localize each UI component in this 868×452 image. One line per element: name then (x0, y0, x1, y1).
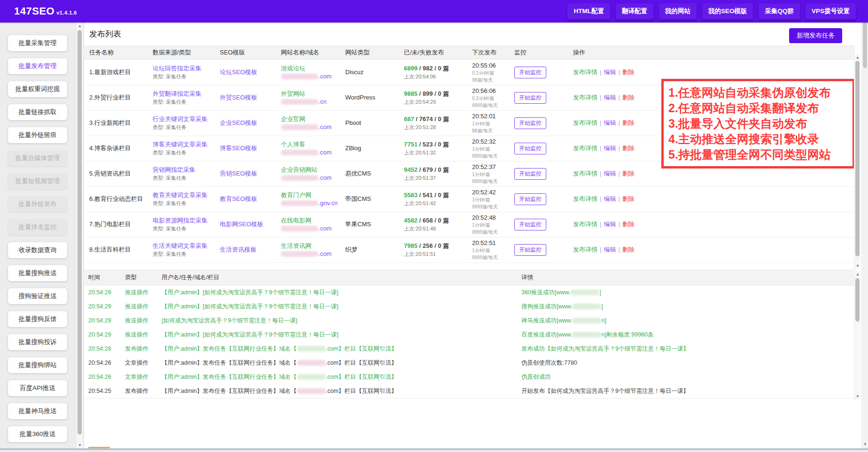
sidebar-item-3[interactable]: 批量权重词挖掘 (8, 81, 67, 97)
start-monitor-button[interactable]: 开始监控 (514, 67, 546, 78)
edit-link[interactable]: 编辑 (604, 94, 616, 101)
edit-link[interactable]: 编辑 (604, 170, 616, 177)
site-domain[interactable]: .gov.cn (281, 199, 345, 207)
start-monitor-button[interactable]: 开始监控 (514, 168, 546, 180)
nav-item-2[interactable]: 翻译配置 (616, 3, 653, 19)
publish-detail-link[interactable]: 发布详情 (573, 170, 597, 177)
publish-stats-cell: 5583 / 541 / 0 篇上次:20:51:42 (404, 192, 472, 207)
task-template-link[interactable]: 论坛SEO模板 (220, 69, 257, 76)
site-domain[interactable]: .cn (281, 98, 345, 106)
sidebar-item-17[interactable]: 批量神马推送 (8, 403, 67, 419)
delete-link[interactable]: 删除 (622, 221, 635, 228)
delete-link[interactable]: 删除 (622, 246, 635, 253)
sidebar-item-5[interactable]: 批量外链留痕 (8, 127, 67, 143)
scroll-down-icon[interactable]: ▼ (854, 263, 861, 269)
start-monitor-button[interactable]: 开始监控 (514, 117, 546, 129)
task-source-link[interactable]: 外贸翻译指定采集 (153, 90, 220, 98)
task-source-link[interactable]: 教育关键词文章采集 (153, 192, 220, 199)
sidebar-item-4[interactable]: 批量链接抓取 (8, 104, 67, 120)
sidebar-item-13[interactable]: 批量搜狗反馈 (8, 311, 67, 327)
sidebar-item-2[interactable]: 批量发布管理 (8, 58, 67, 74)
log-type: 推送操作 (125, 303, 162, 311)
task-source-link[interactable]: 博客关键词文章采集 (153, 141, 220, 148)
site-domain[interactable]: .com (281, 225, 345, 232)
scroll-up-icon[interactable]: ▲ (854, 55, 861, 61)
nav-item-6[interactable]: VPS拨号设置 (806, 3, 856, 19)
edit-link[interactable]: 编辑 (604, 69, 616, 76)
nav-item-3[interactable]: 我的网站 (659, 3, 697, 19)
sidebar-item-16[interactable]: 百度API推送 (8, 380, 67, 396)
site-name: 个人博客 (281, 141, 345, 148)
start-monitor-button[interactable]: 开始监控 (514, 219, 546, 230)
add-publish-task-button[interactable]: 新增发布任务 (789, 28, 842, 43)
publish-detail-link[interactable]: 发布详情 (573, 145, 597, 152)
site-name: 游戏论坛 (281, 65, 345, 72)
task-template-link[interactable]: 电影网SEO模板 (220, 221, 263, 228)
task-source-link[interactable]: 营销网指定采集 (153, 166, 220, 174)
sidebar-item-18[interactable]: 批量360推送 (8, 426, 67, 442)
task-template-link[interactable]: 外贸SEO模板 (220, 94, 257, 101)
publish-detail-link[interactable]: 发布详情 (573, 94, 597, 101)
task-template-link[interactable]: 教育SEO模板 (220, 195, 257, 202)
site-domain[interactable]: .com (281, 174, 345, 182)
start-monitor-button[interactable]: 开始监控 (514, 143, 546, 154)
tasks-scrollbar[interactable]: ▲ ▼ (854, 54, 860, 269)
nav-item-1[interactable]: HTML配置 (567, 3, 610, 19)
sidebar-scrollbar[interactable]: ▲ ▼ (76, 23, 83, 449)
log-time: 20:54:29 (88, 303, 125, 310)
site-domain[interactable]: .com (281, 149, 345, 156)
sidebar-item-14[interactable]: 批量搜狗投诉 (8, 334, 67, 350)
edit-link[interactable]: 编辑 (604, 195, 616, 202)
task-template-link[interactable]: 企业SEO模板 (220, 119, 257, 126)
edit-link[interactable]: 编辑 (604, 119, 616, 126)
publish-detail-link[interactable]: 发布详情 (573, 119, 597, 126)
sidebar-item-1[interactable]: 批量采集管理 (8, 35, 67, 51)
delete-link[interactable]: 删除 (622, 94, 635, 101)
tasks-scrollbar-thumb[interactable] (855, 61, 860, 256)
site-domain[interactable]: .com (281, 250, 345, 258)
delete-link[interactable]: 删除 (622, 195, 635, 202)
task-source-link[interactable]: 论坛回答指定采集 (153, 65, 220, 72)
log-scrollbar[interactable]: ▲ ▼ (854, 271, 860, 400)
site-domain[interactable]: .com (281, 123, 345, 131)
start-monitor-button[interactable]: 开始监控 (514, 92, 546, 104)
sidebar-item-11[interactable]: 批量搜狗推送 (8, 265, 67, 281)
delete-link[interactable]: 删除 (622, 69, 635, 76)
edit-link[interactable]: 编辑 (604, 221, 616, 228)
log-scrollbar-thumb[interactable] (855, 278, 860, 322)
scroll-up-icon[interactable]: ▲ (77, 23, 83, 29)
scroll-down-icon[interactable]: ▼ (854, 394, 861, 399)
sidebar-item-10[interactable]: 收录数据查询 (8, 242, 67, 258)
page-scrollbar[interactable]: ▲ ▼ (861, 0, 868, 448)
task-site-cell: 在线电影网.com (281, 217, 345, 232)
publish-detail-link[interactable]: 发布详情 (573, 69, 597, 76)
delete-link[interactable]: 删除 (622, 145, 635, 152)
task-source-cell: 生活关键词文章采集类型: 采集任务 (153, 242, 220, 258)
scroll-down-icon[interactable]: ▼ (77, 443, 83, 448)
scroll-up-icon[interactable]: ▲ (854, 272, 861, 277)
edit-link[interactable]: 编辑 (604, 246, 616, 253)
nav-item-4[interactable]: 我的SEO模版 (702, 3, 753, 19)
publish-detail-link[interactable]: 发布详情 (573, 195, 597, 202)
publish-detail-link[interactable]: 发布详情 (573, 246, 597, 253)
start-monitor-button[interactable]: 开始监控 (514, 244, 546, 256)
task-template-link[interactable]: 博客SEO模板 (220, 145, 257, 152)
sidebar-scrollbar-thumb[interactable] (78, 30, 82, 435)
tasks-table-header: 任务名称数据来源/类型SEO模版网站名称/域名网站类型已/未/失败发布下次发布监… (84, 46, 855, 60)
publish-detail-link[interactable]: 发布详情 (573, 221, 597, 228)
scroll-down-icon[interactable]: ▼ (862, 442, 868, 447)
task-template-link[interactable]: 生活资讯模板 (220, 246, 256, 253)
sidebar-item-12[interactable]: 搜狗验证推送 (8, 288, 67, 304)
nav-item-5[interactable]: 采集QQ群 (759, 3, 800, 19)
start-monitor-button[interactable]: 开始监控 (514, 193, 546, 205)
delete-link[interactable]: 删除 (622, 170, 635, 177)
publish-rate: 1分钟/篇 (472, 248, 514, 254)
task-source-link[interactable]: 生活关键词文章采集 (153, 242, 220, 250)
sidebar-item-15[interactable]: 批量搜狗绑站 (8, 357, 67, 373)
edit-link[interactable]: 编辑 (604, 145, 616, 152)
task-source-link[interactable]: 行业关键词文章采集 (153, 115, 220, 123)
site-domain[interactable]: .com (281, 73, 345, 80)
delete-link[interactable]: 删除 (622, 119, 635, 126)
task-source-link[interactable]: 电影资源网指定采集 (153, 217, 220, 224)
task-template-link[interactable]: 营销SEO模板 (220, 170, 257, 177)
